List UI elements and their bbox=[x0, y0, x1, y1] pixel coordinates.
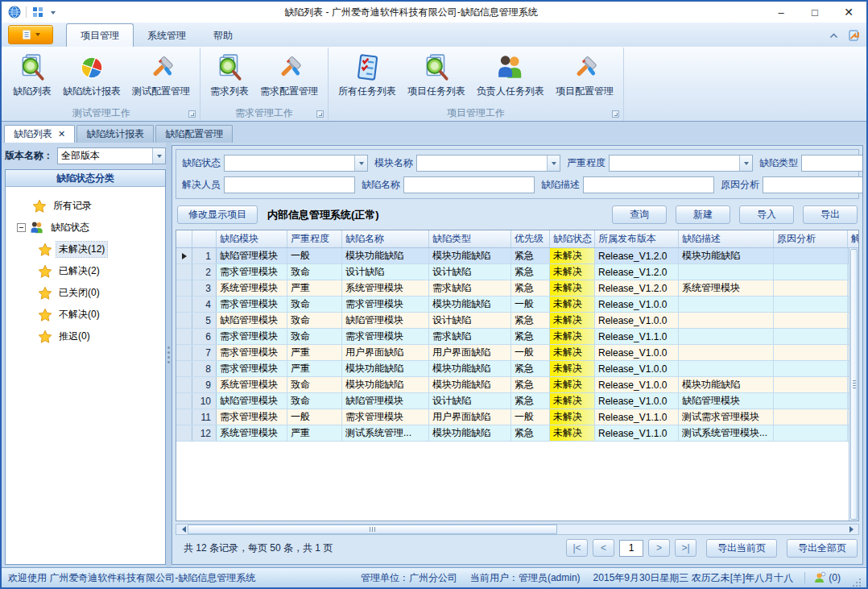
vertical-scrollbar-thumb[interactable] bbox=[850, 249, 858, 520]
grid-header-cell[interactable]: 缺陷描述 bbox=[679, 230, 774, 247]
dialog-launcher-icon[interactable] bbox=[612, 110, 619, 118]
scroll-left-icon[interactable] bbox=[176, 525, 188, 534]
export-current-page-button[interactable]: 导出当前页 bbox=[706, 539, 777, 558]
filter-text-input[interactable] bbox=[225, 177, 354, 193]
row-selector-cell[interactable] bbox=[176, 393, 192, 409]
ribbon-tab[interactable]: 项目管理 bbox=[66, 23, 134, 47]
online-user-icon[interactable] bbox=[813, 571, 826, 584]
table-row[interactable]: 3系统管理模块严重系统管理模块需求缺陷紧急未解决Release_V1.2.0系统… bbox=[176, 280, 859, 297]
tree-item[interactable]: 推迟(0) bbox=[7, 326, 163, 347]
close-icon[interactable]: ✕ bbox=[58, 129, 65, 139]
prev-page-button[interactable]: < bbox=[593, 539, 614, 557]
grid-header-cell[interactable]: 优先级 bbox=[511, 230, 550, 247]
dialog-launcher-icon[interactable] bbox=[188, 110, 196, 118]
tree-item[interactable]: 缺陷状态 bbox=[7, 217, 163, 239]
ribbon-button[interactable]: 所有任务列表 bbox=[334, 51, 400, 100]
table-row[interactable]: 12系统管理模块严重测试系统管理...模块功能缺陷紧急未解决Release_V1… bbox=[176, 425, 859, 442]
app-menu-button[interactable] bbox=[8, 25, 53, 44]
tree-item[interactable]: 所有记录 bbox=[7, 195, 163, 217]
close-button[interactable]: ✕ bbox=[834, 2, 863, 22]
table-row[interactable]: 9系统管理模块致命模块功能缺陷模块功能缺陷紧急未解决Release_V1.0.0… bbox=[176, 377, 859, 393]
tree-expand-toggle[interactable] bbox=[17, 223, 26, 232]
filter-text-input[interactable] bbox=[610, 156, 739, 171]
dialog-launcher-icon[interactable] bbox=[316, 110, 324, 118]
grid-header-cell[interactable]: 严重程度 bbox=[287, 230, 342, 247]
tree-item[interactable]: 未解决(12) bbox=[7, 239, 163, 260]
grid-header-cell[interactable]: 缺陷名称 bbox=[342, 230, 429, 247]
table-row[interactable]: 5缺陷管理模块致命缺陷管理模块设计缺陷紧急未解决Release_V1.0.0 bbox=[176, 313, 859, 329]
chevron-down-icon[interactable] bbox=[547, 156, 560, 171]
version-combobox[interactable]: 全部版本 bbox=[57, 147, 166, 164]
ribbon-tab[interactable]: 系统管理 bbox=[134, 24, 200, 47]
table-row[interactable]: 8需求管理模块严重模块功能缺陷模块功能缺陷紧急未解决Release_V1.0.0 bbox=[176, 361, 859, 377]
row-selector-cell[interactable] bbox=[176, 313, 192, 328]
next-page-button[interactable]: > bbox=[648, 539, 670, 557]
chevron-down-icon[interactable] bbox=[152, 148, 165, 164]
ribbon-tab[interactable]: 帮助 bbox=[200, 24, 246, 47]
chevron-down-icon[interactable] bbox=[51, 11, 56, 17]
row-selector-cell[interactable] bbox=[176, 264, 192, 280]
filter-text-input[interactable] bbox=[763, 177, 863, 193]
ribbon-button[interactable]: 负责人任务列表 bbox=[473, 51, 548, 100]
table-row[interactable]: 10缺陷管理模块致命缺陷管理模块设计缺陷紧急未解决Release_V1.0.0缺… bbox=[176, 393, 859, 409]
action-button[interactable]: 导入 bbox=[739, 205, 794, 224]
filter-combobox[interactable] bbox=[416, 155, 560, 172]
row-selector-cell[interactable] bbox=[176, 345, 192, 360]
maximize-button[interactable]: □ bbox=[800, 2, 829, 22]
filter-input[interactable] bbox=[583, 176, 714, 193]
first-page-button[interactable]: |< bbox=[566, 539, 588, 557]
filter-text-input[interactable] bbox=[404, 177, 534, 193]
ribbon-button[interactable]: 测试配置管理 bbox=[128, 51, 194, 100]
grid-header-cell[interactable]: 所属发布版本 bbox=[595, 230, 679, 247]
filter-text-input[interactable] bbox=[417, 156, 547, 171]
action-button[interactable]: 新建 bbox=[676, 205, 730, 224]
filter-text-input[interactable] bbox=[584, 177, 713, 193]
horizontal-scrollbar[interactable] bbox=[176, 524, 859, 535]
ribbon-button[interactable]: 项目任务列表 bbox=[403, 51, 469, 100]
action-button[interactable]: 导出 bbox=[803, 205, 858, 224]
grid-header-cell[interactable]: 缺陷模块 bbox=[217, 230, 287, 247]
row-selector-cell[interactable] bbox=[176, 248, 192, 263]
ribbon-button[interactable]: 项目配置管理 bbox=[552, 51, 618, 100]
chevron-down-icon[interactable] bbox=[354, 156, 367, 171]
table-row[interactable]: 11需求管理模块一般需求管理模块用户界面缺陷一般未解决Release_V1.1.… bbox=[176, 409, 859, 425]
row-selector-cell[interactable] bbox=[176, 377, 192, 392]
filter-input[interactable] bbox=[224, 176, 355, 193]
table-row[interactable]: 6需求管理模块致命需求管理模块需求缺陷紧急未解决Release_V1.1.0 bbox=[176, 329, 859, 345]
tree-item[interactable]: 不解决(0) bbox=[7, 304, 163, 326]
minimize-button[interactable]: – bbox=[767, 2, 796, 22]
row-selector-cell[interactable] bbox=[176, 280, 192, 296]
help-icon[interactable] bbox=[847, 29, 860, 42]
action-button[interactable]: 查询 bbox=[612, 205, 667, 224]
tree-item[interactable]: 已解决(2) bbox=[7, 260, 163, 282]
last-page-button[interactable]: >| bbox=[675, 539, 696, 557]
chevron-down-icon[interactable] bbox=[739, 156, 752, 171]
doc-tab[interactable]: 缺陷列表✕ bbox=[4, 125, 75, 143]
resize-grip[interactable] bbox=[852, 578, 862, 587]
panel-splitter[interactable] bbox=[166, 143, 172, 567]
page-number-input[interactable] bbox=[619, 540, 643, 557]
table-row[interactable]: 7需求管理模块严重用户界面缺陷用户界面缺陷一般未解决Release_V1.0.0 bbox=[176, 345, 859, 361]
filter-combobox[interactable] bbox=[609, 155, 753, 172]
modify-columns-button[interactable]: 修改显示项目 bbox=[177, 205, 258, 224]
ribbon-button[interactable]: 需求列表 bbox=[206, 51, 253, 100]
doc-tab[interactable]: 缺陷统计报表 bbox=[76, 125, 154, 143]
row-selector-cell[interactable] bbox=[176, 425, 192, 441]
filter-text-input[interactable] bbox=[225, 156, 354, 171]
grid-header-cell[interactable]: 解决方法 bbox=[848, 230, 859, 247]
ribbon-button[interactable]: 缺陷列表 bbox=[9, 51, 56, 100]
table-row[interactable]: 1缺陷管理模块一般模块功能缺陷模块功能缺陷紧急未解决Release_V1.2.0… bbox=[176, 248, 859, 264]
grid-header-cell[interactable]: 原因分析 bbox=[774, 230, 848, 247]
filter-input[interactable] bbox=[403, 176, 535, 193]
ribbon-button[interactable]: 缺陷统计报表 bbox=[59, 51, 125, 100]
grid-header-cell[interactable]: 缺陷类型 bbox=[429, 230, 511, 247]
filter-text-input[interactable] bbox=[802, 156, 863, 171]
vertical-scrollbar[interactable] bbox=[849, 248, 858, 521]
filter-combobox[interactable] bbox=[801, 155, 863, 172]
collapse-ribbon-icon[interactable] bbox=[829, 32, 839, 39]
row-selector-cell[interactable] bbox=[176, 409, 192, 425]
doc-tab[interactable]: 缺陷配置管理 bbox=[155, 125, 233, 143]
horizontal-scrollbar-thumb[interactable] bbox=[188, 525, 557, 534]
tree-item[interactable]: 已关闭(0) bbox=[7, 282, 163, 304]
row-selector-cell[interactable] bbox=[176, 297, 192, 312]
